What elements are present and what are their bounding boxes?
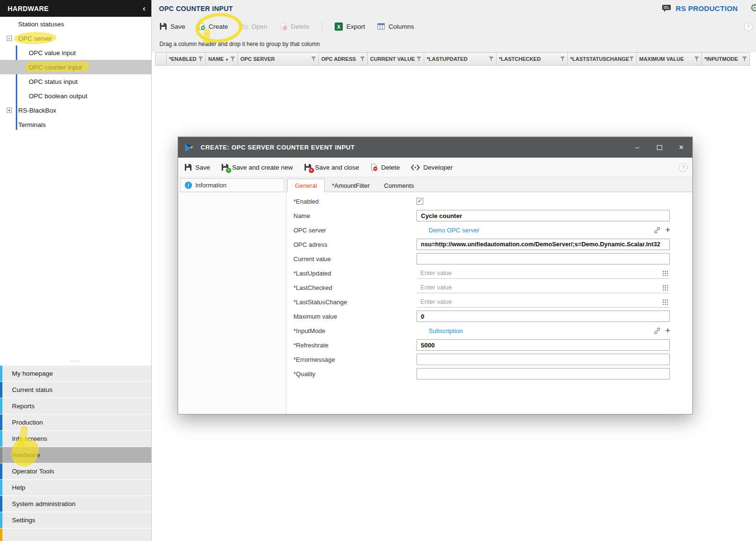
menu-item-production[interactable]: Production [0, 414, 151, 431]
column-header-name[interactable]: NAME ▲ [206, 52, 238, 66]
enabled-checkbox[interactable] [417, 198, 423, 205]
filter-icon[interactable] [360, 57, 365, 61]
lastupdated-field[interactable]: Enter value [417, 268, 670, 279]
errormessage-input[interactable] [417, 354, 670, 365]
group-by-bar[interactable]: Drag a column header and drop it here to… [152, 36, 756, 52]
menu-label: Operator Tools [12, 468, 54, 475]
save-button[interactable]: Save [159, 23, 185, 30]
column-header-opc-server[interactable]: OPC SERVER [238, 52, 319, 66]
filter-icon[interactable] [560, 57, 565, 61]
create-button[interactable]: Create [198, 23, 228, 30]
dialog-save-button[interactable]: Save [184, 163, 210, 171]
link-chain-icon[interactable] [654, 327, 661, 334]
column-header-current-value[interactable]: CURRENT VALUE [368, 52, 424, 66]
tree-item-opc-server[interactable]: − OPC server [0, 31, 151, 46]
collapse-node-icon[interactable]: − [7, 36, 12, 41]
developer-button[interactable]: Developer [411, 164, 453, 171]
tree-item-opc-value-input[interactable]: OPC value input [0, 46, 151, 60]
maximize-icon [657, 145, 662, 150]
dialog-titlebar[interactable]: CREATE: OPC SERVER COUNTER EVENT INPUT –… [178, 137, 692, 158]
tab-general[interactable]: General [287, 179, 325, 192]
menu-item-current-status[interactable]: Current status [0, 382, 151, 398]
export-button[interactable]: X Export [335, 23, 365, 31]
panel-splitter-handle[interactable] [0, 358, 151, 364]
menu-item-operator-tools[interactable]: Operator Tools [0, 463, 151, 480]
name-input[interactable] [417, 210, 670, 221]
field-label-opc-adress: OPC adress [286, 241, 417, 248]
menu-item-info-screens[interactable]: Info screens [0, 431, 151, 447]
close-button[interactable]: ✕ [670, 137, 692, 158]
maximize-button[interactable] [648, 137, 670, 158]
grid-header-row: *ENABLED NAME ▲ OPC SERVER OPC ADRESS CU… [155, 52, 756, 66]
column-label: CURRENT VALUE [370, 56, 415, 62]
columns-button[interactable]: Columns [377, 23, 414, 30]
menu-accent-bar [0, 463, 2, 479]
open-button[interactable]: Open [240, 23, 267, 30]
add-icon[interactable]: + [665, 326, 670, 335]
datepicker-icon[interactable] [662, 270, 668, 276]
lastchecked-field[interactable]: Enter value [417, 282, 670, 293]
button-label: Open [251, 23, 267, 30]
help-icon[interactable]: ? [744, 23, 753, 31]
tree-item-opc-counter-input[interactable]: OPC counter input [0, 60, 151, 74]
tab-amountfilter[interactable]: *AmountFilter [325, 179, 377, 192]
menu-item-my-homepage[interactable]: My homepage [0, 366, 151, 382]
menu-item-settings[interactable]: Settings [0, 512, 151, 529]
settings-gear-icon[interactable]: ⚙ [750, 2, 756, 14]
menu-item-partial[interactable] [0, 529, 151, 541]
column-header-opc-adress[interactable]: OPC ADRESS [319, 52, 368, 66]
filter-icon[interactable] [489, 57, 494, 61]
maximum-value-input[interactable] [417, 311, 670, 322]
expand-node-icon[interactable]: + [7, 108, 12, 113]
delete-button[interactable]: Delete [280, 23, 309, 30]
form-row-current-value: Current value [286, 252, 692, 266]
feedback-chat-icon[interactable] [662, 4, 671, 12]
column-header-laststatuschange[interactable]: *LASTSTATUSCHANGE [568, 52, 637, 66]
tree-item-rs-blackbox[interactable]: + RS-BlackBox [0, 103, 151, 117]
opc-adress-input[interactable] [417, 239, 670, 250]
column-header-enabled[interactable]: *ENABLED [167, 52, 206, 66]
filter-icon[interactable] [198, 57, 203, 61]
tab-comments[interactable]: Comments [377, 179, 421, 192]
column-header-lastchecked[interactable]: *LASTCHECKED [496, 52, 568, 66]
link-chain-icon[interactable] [654, 227, 661, 234]
menu-item-system-administration[interactable]: System administration [0, 496, 151, 512]
column-header-lastupdated[interactable]: *LASTUPDATED [424, 52, 496, 66]
field-label-laststatuschange: *LastStatusChange [286, 299, 417, 306]
information-panel-item[interactable]: i Information [180, 178, 284, 192]
filter-icon[interactable] [230, 57, 235, 61]
datepicker-icon[interactable] [662, 299, 668, 305]
filter-icon[interactable] [742, 57, 747, 61]
tree-item-opc-boolean-output[interactable]: OPC boolean output [0, 89, 151, 103]
tree-item-station-statuses[interactable]: Station statuses [0, 17, 151, 31]
opc-server-link[interactable]: Demo OPC server [429, 227, 479, 234]
add-icon[interactable]: + [665, 226, 670, 234]
save-and-create-new-button[interactable]: + Save and create new [221, 163, 293, 171]
tree-item-terminals[interactable]: Terminals [0, 117, 151, 132]
collapse-sidebar-icon[interactable]: ‹ [143, 4, 146, 13]
dialog-help-icon[interactable]: ? [679, 163, 688, 172]
filter-icon[interactable] [629, 57, 634, 61]
quality-input[interactable] [417, 368, 670, 380]
column-header-inputmode[interactable]: *INPUTMODE [702, 52, 750, 66]
filter-icon[interactable] [417, 57, 421, 61]
window-controls: – ✕ [626, 137, 692, 158]
refreshrate-input[interactable] [417, 339, 670, 351]
tree-item-label: OPC counter input [29, 64, 82, 71]
inputmode-link[interactable]: Subscription [429, 327, 463, 334]
general-form: *Enabled Name OPC server Demo OPC server [286, 192, 692, 414]
current-value-input[interactable] [417, 253, 670, 265]
dialog-delete-button[interactable]: Delete [370, 163, 400, 171]
menu-item-hardware[interactable]: Hardware [0, 447, 151, 463]
filter-icon[interactable] [694, 57, 699, 61]
column-header-maximum-value[interactable]: MAXIMUM VALUE [637, 52, 702, 66]
datepicker-icon[interactable] [662, 284, 668, 290]
filter-icon[interactable] [311, 57, 316, 61]
menu-item-reports[interactable]: Reports [0, 398, 151, 414]
save-and-close-button[interactable]: × Save and close [304, 163, 359, 171]
tree-item-opc-status-input[interactable]: OPC status input [0, 74, 151, 89]
menu-item-help[interactable]: Help [0, 480, 151, 496]
form-row-laststatuschange: *LastStatusChange Enter value [286, 295, 692, 309]
minimize-button[interactable]: – [626, 137, 648, 158]
laststatuschange-field[interactable]: Enter value [417, 297, 670, 308]
